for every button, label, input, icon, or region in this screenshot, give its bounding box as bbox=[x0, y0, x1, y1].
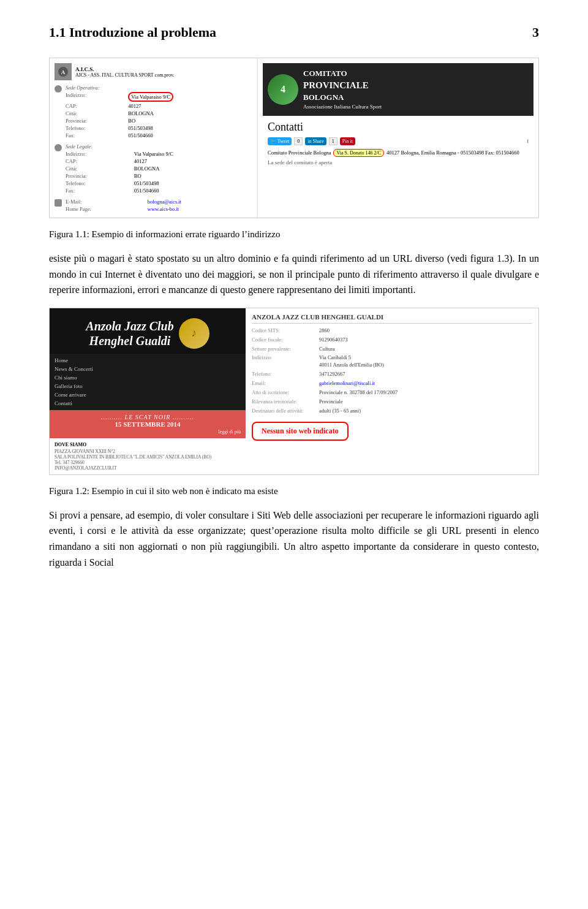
codice-sits-label: Codice SITS: bbox=[252, 327, 319, 335]
prov2-label: Provincia: bbox=[64, 172, 133, 180]
jazz-nav-contatti[interactable]: Contatti bbox=[55, 399, 241, 408]
jazz-title-line2: Henghel Gualdi bbox=[86, 333, 173, 348]
social-row: 🐦 Tweet 0 in Share 1 Pin it f bbox=[268, 137, 529, 145]
info-atto: Atto di iscrizione: Provinciale n. 30278… bbox=[252, 389, 532, 397]
jazz-nav: Home News & Concerti Chi siamo Galleria … bbox=[50, 354, 246, 410]
fax2-label: Fax: bbox=[64, 187, 133, 194]
cap-value: 40127 bbox=[127, 102, 252, 110]
figure-1-content: A A.I.C.S. AICS - ASS. ITAL. CULTURA SPO… bbox=[50, 58, 538, 218]
destinatari-label: Destinatari delle attività: bbox=[252, 408, 319, 415]
page-header: 1.1 Introduzione al problema 3 bbox=[49, 25, 539, 40]
sede-op-label: Sede Operativa: bbox=[64, 84, 252, 91]
email-icon bbox=[55, 199, 62, 207]
info-telefono: Telefono: 3471292667 bbox=[252, 371, 532, 378]
info-email: Email: gabrielemolinari@tiscali.it bbox=[252, 380, 532, 387]
body-paragraph-2: Si provi a pensare, ad esempio, di voler… bbox=[49, 508, 539, 570]
address-rest: 40127 Bologna, Emilia Romagna - 05150349… bbox=[386, 150, 519, 156]
aics-org-info: A.I.C.S. AICS - ASS. ITAL. CULTURA SPORT… bbox=[75, 66, 175, 78]
indirizzo-city: 40011 Anzola dell'Emilia (BO) bbox=[319, 362, 384, 368]
comitato-title-block: COMITATO PROVINCIALE BOLOGNA Associazion… bbox=[303, 68, 382, 111]
jazz-event: .......... LE SCAT NOIR .......... 15 SE… bbox=[50, 410, 246, 438]
fax2-value: 051/504660 bbox=[133, 187, 252, 194]
jazz-banner: Anzola Jazz Club Henghel Gualdi ♪ bbox=[50, 308, 246, 354]
jazz-nav-gallery[interactable]: Galleria foto bbox=[55, 382, 241, 390]
ind2-value: Via Valparaiso 9/C bbox=[133, 150, 252, 158]
prov-label: Provincia: bbox=[64, 117, 127, 124]
figure-2-caption: Figura 1.2: Esempio in cui il sito web n… bbox=[49, 486, 539, 496]
tweet-btn[interactable]: 🐦 Tweet bbox=[268, 137, 292, 145]
event-date: 15 SETTEMBRE 2014 bbox=[55, 420, 241, 428]
contatti-title: Contatti bbox=[268, 121, 529, 134]
indirizzo-value: Via Caribaldi 5 40011 Anzola dell'Emilia… bbox=[319, 354, 384, 369]
codice-sits-value: 2860 bbox=[319, 327, 330, 335]
jazz-nav-chi[interactable]: Chi siamo bbox=[55, 373, 241, 382]
jazz-title-line1: Anzola Jazz Club bbox=[86, 319, 173, 333]
leggi-di-piu[interactable]: leggi di più bbox=[55, 429, 241, 435]
atto-value: Provinciale n. 302788 del 17/09/2007 bbox=[319, 389, 398, 397]
cap-label: CAP: bbox=[64, 102, 127, 110]
prov2-value: BO bbox=[133, 172, 252, 180]
dove-siamo-label: DOVE SIAMO bbox=[55, 442, 241, 447]
jazz-org-title: ANZOLA JAZZ CLUB HENGHEL GUALDI bbox=[252, 313, 532, 324]
figure-2-content: Anzola Jazz Club Henghel Gualdi ♪ Home N… bbox=[50, 308, 538, 474]
sede-leg-label: Sede Legale: bbox=[64, 143, 252, 150]
hp-lbl: Home Page: bbox=[64, 205, 146, 213]
nessun-sito-badge: Nessun sito web indicato bbox=[252, 422, 349, 441]
jazz-nav-home[interactable]: Home bbox=[55, 356, 241, 365]
chapter-title: 1.1 Introduzione al problema bbox=[49, 25, 216, 40]
info-codice-fiscale: Codice fiscale: 91290640373 bbox=[252, 337, 532, 344]
aics-logo: A bbox=[55, 63, 72, 80]
comitato-title1: COMITATO bbox=[303, 68, 382, 79]
comitato-header: 4 COMITATO PROVINCIALE BOLOGNA Associazi… bbox=[263, 63, 533, 116]
info-indirizzo: Indirizzo: Via Caribaldi 5 40011 Anzola … bbox=[252, 354, 532, 369]
facebook-icon: f bbox=[527, 138, 529, 144]
aics-org-full: AICS - ASS. ITAL. CULTURA SPORT com.prov… bbox=[75, 72, 175, 78]
comitato-title2: PROVINCIALE bbox=[303, 79, 382, 92]
sede-legale-table: Sede Legale: Indirizzo: Via Valparaiso 9… bbox=[64, 143, 252, 194]
share-count: 1 bbox=[329, 137, 337, 145]
citta2-value: BOLOGNA bbox=[133, 165, 252, 172]
body-text-2: Si provi a pensare, ad esempio, di voler… bbox=[49, 510, 539, 568]
info-codice-sits: Codice SITS: 2860 bbox=[252, 327, 532, 335]
jazz-club-left: Anzola Jazz Club Henghel Gualdi ♪ Home N… bbox=[50, 308, 246, 474]
contatti-section: Contatti 🐦 Tweet 0 in Share 1 Pin it f C… bbox=[263, 116, 533, 170]
prov-value: BO bbox=[127, 117, 252, 124]
jazz-logo-placeholder: ♪ bbox=[179, 318, 209, 349]
fax-value: 051/504660 bbox=[127, 132, 252, 139]
aics-left-panel: A A.I.C.S. AICS - ASS. ITAL. CULTURA SPO… bbox=[50, 58, 258, 218]
jazz-org-right: ANZOLA JAZZ CLUB HENGHEL GUALDI Codice S… bbox=[246, 308, 538, 474]
comitato-right-panel: 4 COMITATO PROVINCIALE BOLOGNA Associazi… bbox=[258, 58, 538, 218]
rilevanza-value: Provinciale bbox=[319, 398, 343, 406]
cap2-value: 40127 bbox=[133, 158, 252, 165]
jazz-info-section: DOVE SIAMO PIAZZA GIOVANNI XXIII N°2 SAL… bbox=[50, 438, 246, 474]
settore-label: Settore prevalente: bbox=[252, 346, 319, 353]
figure-1-caption: Figura 1.1: Esempio di informazioni erra… bbox=[49, 229, 539, 240]
codice-fiscale-label: Codice fiscale: bbox=[252, 337, 319, 344]
aics-org-name: A.I.C.S. bbox=[75, 66, 175, 72]
address-bar: Comitato Provinciale Bologna Via S. Dona… bbox=[268, 149, 529, 157]
info-settore: Settore prevalente: Cultura bbox=[252, 346, 532, 353]
sede-icon-row: Sede Operativa: Indirizzo: Via Valparais… bbox=[55, 84, 252, 139]
share-btn[interactable]: in Share bbox=[305, 137, 326, 145]
tweet-count: 0 bbox=[294, 137, 303, 145]
le-scat-label: .......... LE SCAT NOIR .......... bbox=[55, 414, 241, 420]
email-org-label: Email: bbox=[252, 380, 319, 387]
address-highlight: Via S. Donato 146 2/C bbox=[333, 149, 384, 157]
figure-2: Anzola Jazz Club Henghel Gualdi ♪ Home N… bbox=[49, 308, 539, 475]
codice-fiscale-value: 91290640373 bbox=[319, 337, 348, 344]
pinterest-btn[interactable]: Pin it bbox=[340, 137, 355, 145]
tel2-label: Telefono: bbox=[64, 180, 133, 187]
sede-legale-row: Sede Legale: Indirizzo: Via Valparaiso 9… bbox=[55, 143, 252, 194]
ind-label: Indirizzo: bbox=[64, 91, 127, 102]
comitato-logo: 4 bbox=[268, 74, 298, 105]
citta2-label: Città: bbox=[64, 165, 133, 172]
sede-icon bbox=[55, 85, 62, 93]
figure-2-caption-text: Figura 1.2: Esempio in cui il sito web n… bbox=[49, 486, 278, 496]
svg-text:A: A bbox=[61, 69, 66, 75]
jazz-nav-news[interactable]: News & Concerti bbox=[55, 365, 241, 373]
aics-header: A A.I.C.S. AICS - ASS. ITAL. CULTURA SPO… bbox=[55, 63, 252, 80]
page-number: 3 bbox=[532, 25, 539, 40]
telefono-value: 3471292667 bbox=[319, 371, 345, 378]
jazz-nav-come[interactable]: Come arrivare bbox=[55, 390, 241, 399]
tel2-value: 051/503498 bbox=[133, 180, 252, 187]
